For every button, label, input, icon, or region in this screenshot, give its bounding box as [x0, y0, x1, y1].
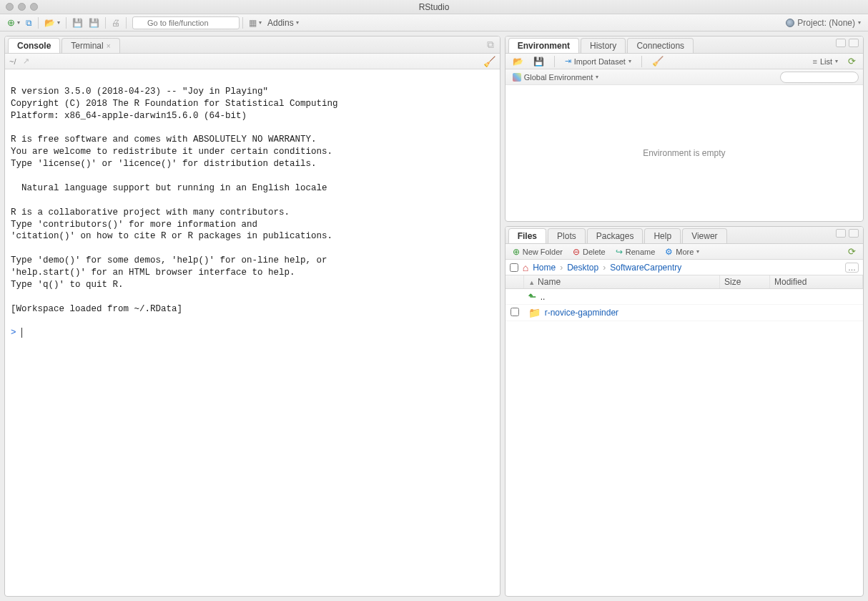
breadcrumb-link-home[interactable]: Home — [533, 263, 556, 273]
select-all-checkbox[interactable] — [510, 263, 518, 272]
home-icon[interactable]: ⌂ — [523, 262, 528, 273]
environment-empty-message: Environment is empty — [505, 85, 863, 221]
save-workspace-button[interactable]: 💾 — [531, 55, 547, 68]
project-label: Project: (None) — [797, 18, 855, 28]
tab-viewer[interactable]: Viewer — [682, 228, 726, 243]
r-logo-icon — [786, 19, 794, 27]
window-titlebar: RStudio — [0, 0, 868, 14]
project-menu[interactable]: Project: (None) ▾ — [786, 18, 864, 28]
console-prompt: > — [11, 328, 16, 338]
more-button[interactable]: ⚙ More ▾ — [662, 245, 702, 258]
save-button[interactable]: 💾 — [69, 16, 86, 29]
table-row[interactable]: ⬑.. — [505, 289, 863, 305]
goto-file-input[interactable] — [132, 16, 240, 29]
console-pane: Console Terminal× ⧉ ~/ ↗ 🧹 R version 3.5… — [4, 36, 500, 597]
env-view-mode[interactable]: ≡ List ▾ — [809, 56, 841, 67]
main-toolbar: ⊕▾ ⧉ 📂▾ 💾 💾 🖨 ➦ ▦▾ Addins ▾ Project: (No… — [0, 14, 868, 31]
rename-button[interactable]: ↪ Rename — [613, 245, 659, 258]
cursor — [21, 328, 22, 338]
tab-connections[interactable]: Connections — [627, 38, 694, 53]
addins-button[interactable]: Addins ▾ — [265, 16, 302, 29]
refresh-env-button[interactable]: ⟳ — [845, 54, 859, 68]
save-all-button[interactable]: 💾 — [86, 16, 102, 29]
minimize-pane-icon[interactable] — [836, 39, 846, 47]
path-more-button[interactable]: … — [845, 263, 859, 273]
folder-icon: 📁 — [528, 307, 541, 318]
chevron-right-icon: › — [560, 263, 563, 273]
tab-plots[interactable]: Plots — [548, 228, 586, 243]
maximize-pane-icon[interactable] — [849, 229, 859, 238]
delete-button[interactable]: ⊖ Delete — [570, 245, 608, 258]
import-dataset-button[interactable]: ⇥ Import Dataset ▾ — [562, 55, 634, 67]
breadcrumb: ⌂ Home › Desktop › SoftwareCarpentry … — [505, 260, 863, 275]
tab-terminal[interactable]: Terminal× — [61, 38, 119, 53]
row-checkbox[interactable] — [511, 308, 519, 316]
column-select — [505, 275, 524, 289]
browse-dir-icon[interactable]: ↗ — [23, 57, 29, 66]
new-file-button[interactable]: ⊕▾ — [4, 16, 23, 29]
env-scope-selector[interactable]: Global Environment ▾ — [510, 72, 602, 83]
window-title: RStudio — [0, 2, 868, 12]
table-row[interactable]: 📁r-novice-gapminder — [505, 305, 863, 321]
clear-console-icon[interactable]: 🧹 — [483, 56, 495, 67]
popout-icon[interactable]: ⧉ — [485, 39, 495, 51]
refresh-files-button[interactable]: ⟳ — [845, 245, 859, 258]
tab-history[interactable]: History — [581, 38, 626, 53]
tab-console[interactable]: Console — [8, 38, 60, 53]
maximize-pane-icon[interactable] — [849, 39, 859, 47]
breadcrumb-link-desktop[interactable]: Desktop — [567, 263, 598, 273]
open-file-button[interactable]: 📂▾ — [41, 16, 63, 29]
tab-help[interactable]: Help — [644, 228, 681, 243]
column-name[interactable]: ▲Name — [524, 275, 720, 289]
column-size[interactable]: Size — [720, 275, 770, 289]
column-modified[interactable]: Modified — [770, 275, 863, 289]
env-search-input[interactable] — [780, 72, 859, 83]
load-workspace-button[interactable]: 📂 — [510, 55, 526, 68]
tab-files[interactable]: Files — [508, 228, 546, 243]
parent-dir-icon: ⬑ — [528, 291, 536, 302]
clear-objects-button[interactable]: 🧹 — [649, 54, 666, 68]
sort-asc-icon: ▲ — [528, 279, 535, 286]
pane-layout-button[interactable]: ▦▾ — [246, 16, 265, 29]
console-working-dir: ~/ — [9, 57, 16, 66]
close-icon[interactable]: × — [107, 42, 111, 50]
new-project-button[interactable]: ⧉ — [23, 16, 35, 29]
print-button[interactable]: 🖨 — [109, 16, 123, 29]
addins-label: Addins — [267, 18, 294, 28]
minimize-pane-icon[interactable] — [836, 229, 846, 238]
breadcrumb-link-softwarecarpentry[interactable]: SoftwareCarpentry — [610, 263, 681, 273]
environment-pane: Environment History Connections 📂 💾 ⇥ Im… — [505, 36, 864, 222]
cube-icon — [513, 73, 521, 82]
tab-packages[interactable]: Packages — [587, 228, 643, 243]
console-output[interactable]: R version 3.5.0 (2018-04-23) -- "Joy in … — [5, 69, 500, 596]
chevron-right-icon: › — [603, 263, 606, 273]
files-pane: Files Plots Packages Help Viewer ⊕ New F… — [505, 226, 864, 597]
new-folder-button[interactable]: ⊕ New Folder — [510, 245, 566, 258]
tab-environment[interactable]: Environment — [508, 38, 579, 53]
